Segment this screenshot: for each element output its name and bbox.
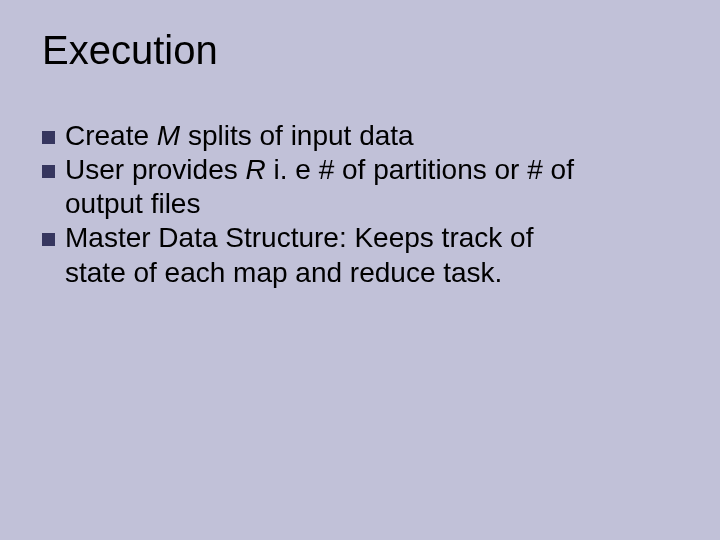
bullet-text: output files xyxy=(65,188,200,219)
square-bullet-icon xyxy=(42,131,55,144)
bullet-text: i. e # of partitions or # of xyxy=(266,154,574,185)
slide: Execution Create M splits of input dataU… xyxy=(0,0,720,540)
list-item: Create M splits of input data xyxy=(42,119,678,153)
list-item: Master Data Structure: Keeps track ofsta… xyxy=(42,221,678,289)
bullet-text: User provides xyxy=(65,154,246,185)
bullet-text: Master Data Structure: Keeps track of xyxy=(65,222,533,253)
bullet-continuation: state of each map and reduce task. xyxy=(42,256,678,290)
slide-title: Execution xyxy=(42,28,678,73)
bullet-text: state of each map and reduce task. xyxy=(65,257,502,288)
square-bullet-icon xyxy=(42,233,55,246)
bullet-text: splits of input data xyxy=(180,120,413,151)
bullet-text: R xyxy=(246,154,266,185)
bullet-line: User provides R i. e # of partitions or … xyxy=(42,153,678,187)
bullet-line: Master Data Structure: Keeps track of xyxy=(42,221,678,255)
bullet-list: Create M splits of input dataUser provid… xyxy=(42,119,678,290)
bullet-line: Create M splits of input data xyxy=(42,119,678,153)
bullet-continuation: output files xyxy=(42,187,678,221)
bullet-text: M xyxy=(157,120,180,151)
bullet-text: Create xyxy=(65,120,157,151)
square-bullet-icon xyxy=(42,165,55,178)
list-item: User provides R i. e # of partitions or … xyxy=(42,153,678,221)
